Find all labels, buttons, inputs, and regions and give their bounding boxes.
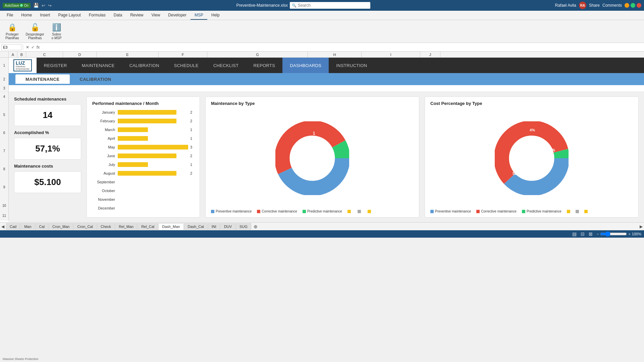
undo-icon[interactable]: ↩ (42, 3, 45, 8)
page-layout-view-button[interactable]: ⊟ (581, 231, 585, 237)
redo-icon[interactable]: ↪ (48, 3, 52, 8)
col-f[interactable]: F (159, 52, 207, 57)
dashboard-inner: Scheduled maintenances 14 Accomplished %… (14, 97, 639, 218)
sheet-tab-cad[interactable]: Cad (6, 223, 20, 230)
cell-reference-input[interactable] (1, 44, 21, 50)
legend-dot-preventive-1 (211, 210, 214, 213)
sheet-tab-rel-cal[interactable]: Rel_Cal (138, 223, 158, 230)
donut1-chart: 6 7 1 (275, 121, 349, 195)
bar-track (118, 136, 188, 141)
col-e[interactable]: E (97, 52, 159, 57)
nav-items: REGISTER MAINTENANCE CALIBRATION SCHEDUL… (37, 58, 375, 73)
sheet-tabs-bar: ◀ Cad Man Cal Cron_Man Cron_Cal Check Re… (0, 222, 644, 230)
minimize-button[interactable] (625, 3, 629, 8)
subtab-calibration[interactable]: CALIBRATION (70, 74, 121, 84)
costs-value: $5.100 (34, 177, 61, 187)
tab-review[interactable]: Review (126, 11, 147, 20)
subtab-maintenance[interactable]: MAINTENANCE (15, 74, 70, 84)
comments-button[interactable]: Comments (602, 3, 622, 8)
add-sheet-button[interactable]: ⊕ (254, 224, 258, 229)
sheet-tab-check[interactable]: Check (97, 223, 115, 230)
col-g[interactable]: G (207, 52, 308, 57)
formula-input[interactable] (42, 45, 643, 50)
sheet-tab-dash-cal[interactable]: Dash_Cal (184, 223, 208, 230)
sheet-tab-cron-cal[interactable]: Cron_Cal (73, 223, 96, 230)
nav-item-dashboards[interactable]: DASHBOARDS (282, 58, 329, 73)
confirm-formula-icon[interactable]: ✓ (31, 45, 35, 50)
sub-tabs: MAINTENANCE CALIBRATION (9, 73, 644, 85)
autosave-button[interactable]: AutoSave On (3, 3, 31, 8)
maximize-button[interactable] (631, 3, 635, 8)
normal-view-button[interactable]: ▤ (572, 231, 577, 237)
logo-sub1: Planilhas (16, 65, 30, 68)
tab-view[interactable]: View (148, 11, 164, 20)
bar-row-april: April 1 (92, 135, 194, 142)
nav-item-checklist[interactable]: CHECKLIST (206, 58, 246, 73)
tab-help[interactable]: Help (207, 11, 224, 20)
sheet-nav-left[interactable]: ◀ (1, 224, 4, 229)
cancel-formula-icon[interactable]: ✕ (26, 45, 29, 50)
bar-label: November (92, 197, 115, 201)
zoom-out-button[interactable]: − (597, 232, 599, 236)
tab-file[interactable]: File (3, 11, 17, 20)
bar-fill (118, 127, 148, 132)
col-b[interactable]: B (17, 52, 26, 57)
tab-msp[interactable]: MSP (191, 11, 207, 20)
page-break-view-button[interactable]: ⊠ (589, 231, 593, 237)
tab-developer[interactable]: Developer (164, 11, 191, 20)
protect-sheets-button[interactable]: 🔒 ProtegerPlanilhas (3, 22, 22, 41)
nav-item-maintenance[interactable]: MAINTENANCE (74, 58, 122, 73)
legend-label-predictive-1: Predictive maintenance (307, 209, 342, 213)
sheet-tab-duv[interactable]: DUV (220, 223, 235, 230)
tab-formulas[interactable]: Formulas (85, 11, 110, 20)
donut2-label-38: 38% (547, 148, 555, 153)
tab-page-layout[interactable]: Page Layout (54, 11, 85, 20)
col-i[interactable]: I (362, 52, 420, 57)
sheet-tab-dash-man[interactable]: Dash_Man (158, 223, 183, 230)
sheet-tab-rel-man[interactable]: Rel_Man (115, 223, 137, 230)
bar-num: 1 (190, 163, 194, 167)
legend-dot-predictive-2 (522, 210, 525, 213)
sheet-nav-right[interactable]: ▶ (640, 224, 643, 229)
share-button[interactable]: Share (589, 3, 600, 8)
nav-item-calibration[interactable]: CALIBRATION (122, 58, 167, 73)
sheet-tab-cron-man[interactable]: Cron_Man (49, 223, 73, 230)
bar-chart-rows: January 2 February 2 March 1 April 1 May (92, 109, 194, 212)
tab-insert[interactable]: Insert (36, 11, 54, 20)
row-3-cell (9, 85, 644, 92)
username-label: Rafael Avila (555, 3, 576, 8)
bar-fill (118, 136, 148, 141)
close-button[interactable] (637, 3, 641, 8)
bar-fill (118, 145, 188, 149)
save-icon[interactable]: 💾 (33, 3, 39, 8)
tab-data[interactable]: Data (110, 11, 126, 20)
about-msp-button[interactable]: ℹ️ Sobreo MSP (48, 22, 65, 41)
col-c[interactable]: C (26, 52, 63, 57)
zoom-slider[interactable] (600, 231, 627, 237)
bar-row-december: December (92, 204, 194, 212)
col-h[interactable]: H (308, 52, 362, 57)
bar-track (118, 145, 188, 149)
insert-function-icon[interactable]: fx (37, 45, 40, 50)
sheet-tab-cal[interactable]: Cal (36, 223, 49, 230)
col-a[interactable]: A (9, 52, 17, 57)
sheet-tab-man[interactable]: Man (20, 223, 35, 230)
nav-item-register[interactable]: REGISTER (37, 58, 74, 73)
sheet-tab-ini[interactable]: INI (208, 223, 220, 230)
bar-num: 2 (190, 154, 194, 158)
bar-num: 3 (190, 145, 194, 149)
sheet-tab-sug[interactable]: SUG (236, 223, 251, 230)
search-input[interactable] (290, 2, 370, 9)
unprotect-sheets-button[interactable]: 🔓 DesprotegerPlanilhas (23, 22, 47, 41)
tab-home[interactable]: Home (17, 11, 36, 20)
legend-label-predictive-2: Predictive maintenance (527, 209, 561, 213)
nav-item-schedule[interactable]: SCHEDULE (167, 58, 206, 73)
col-j[interactable]: J (420, 52, 440, 57)
nav-item-instruction[interactable]: INSTRUCTION (329, 58, 374, 73)
nav-item-reports[interactable]: REPORTS (246, 58, 283, 73)
zoom-in-button[interactable]: + (628, 232, 630, 236)
nav-logo: LUZ Planilhas Empresariais (9, 58, 37, 73)
accomplished-value: 57,1% (35, 143, 60, 154)
formula-bar: ✕ ✓ fx (0, 43, 644, 52)
col-d[interactable]: D (63, 52, 97, 57)
